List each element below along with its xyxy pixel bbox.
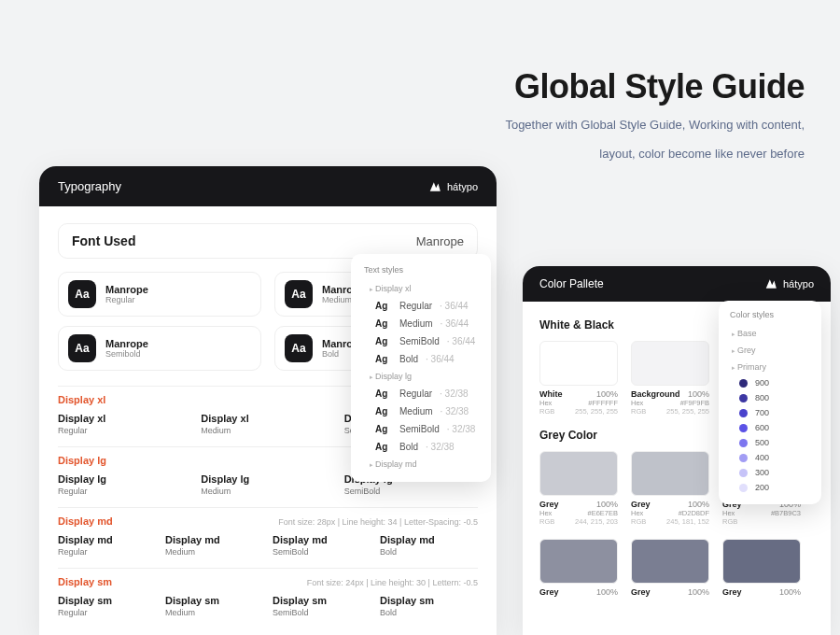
ag-icon: Ag	[375, 301, 392, 311]
color-styles-head: Color styles	[730, 310, 810, 319]
text-style-item[interactable]: Ag SemiBold · 36/44	[364, 332, 478, 350]
text-style-item[interactable]: Ag Regular · 36/44	[364, 297, 478, 315]
text-style-group[interactable]: Display md	[364, 456, 478, 473]
section-title: Display sm	[58, 576, 112, 587]
color-shade-number: 800	[755, 393, 769, 402]
swatch-box	[539, 451, 618, 496]
color-shade-item[interactable]: 300	[730, 465, 810, 480]
text-style-size: · 32/38	[441, 406, 469, 416]
typography-title: Typography	[58, 179, 121, 193]
swatch-rgb: 255, 255, 255	[666, 407, 709, 416]
swatch-rgb-label: RGB	[539, 517, 554, 526]
swatch-hex: #FFFFFF	[588, 399, 618, 407]
spec-cell: Display md SemiBold	[273, 534, 371, 557]
font-chip-weight: Semibold	[105, 349, 148, 359]
spec-weight: Bold	[380, 547, 478, 557]
color-swatch[interactable]: Background100% Hex#F9F9FB RGB255, 255, 2…	[631, 341, 709, 416]
hero-sub-1: Together with Global Style Guide, Workin…	[505, 116, 805, 135]
font-used-label: Font Used	[72, 233, 135, 248]
color-swatch[interactable]: Grey100% Hex#D2D8DF RGB245, 181, 152	[631, 451, 709, 526]
color-style-group[interactable]: Base	[730, 325, 810, 342]
section-title: Display md	[58, 515, 113, 527]
color-style-group[interactable]: Primary	[730, 359, 810, 375]
color-shade-number: 900	[755, 378, 769, 388]
text-styles-head: Text styles	[364, 265, 478, 275]
section-meta: Font size: 28px | Line height: 34 | Lett…	[278, 517, 478, 527]
swatch-box	[722, 539, 801, 584]
spec-weight: Regular	[58, 547, 156, 557]
color-dot-icon	[739, 379, 748, 388]
text-style-item[interactable]: Ag Bold · 36/44	[364, 350, 478, 368]
type-section: Display md Font size: 28px | Line height…	[58, 507, 478, 568]
swatch-name: White	[539, 389, 563, 399]
text-style-item[interactable]: Ag Medium · 32/38	[364, 402, 478, 420]
spec-cell: Display xl Medium	[201, 413, 334, 435]
text-style-size: · 36/44	[440, 301, 469, 311]
text-style-size: · 32/38	[447, 424, 476, 434]
color-swatch[interactable]: Grey100%	[539, 539, 618, 597]
font-chip[interactable]: Aa Manrope Regular	[58, 272, 261, 317]
color-shade-item[interactable]: 500	[730, 435, 810, 450]
type-section: Display sm Font size: 24px | Line height…	[58, 568, 478, 628]
swatch-name: Grey	[539, 500, 559, 509]
spec-cell: Display lg Medium	[201, 473, 334, 496]
aa-icon: Aa	[285, 280, 313, 308]
swatch-pct: 100%	[688, 587, 709, 597]
hero-sub-2: layout, color become like never before	[505, 145, 805, 164]
swatch-hex-label: Hex	[631, 509, 643, 517]
spec-weight: Regular	[58, 608, 156, 617]
spec-name: Display xl	[201, 413, 334, 424]
swatch-name: Grey	[722, 587, 742, 597]
color-shade-item[interactable]: 900	[730, 375, 810, 390]
font-chip[interactable]: Aa Manrope Semibold	[58, 326, 261, 371]
spec-cell: Display md Medium	[165, 534, 263, 557]
swatch-hex: #B7B9C3	[771, 509, 801, 517]
hero-title: Global Style Guide	[505, 67, 805, 106]
spec-name: Display md	[58, 534, 156, 545]
text-style-item[interactable]: Ag SemiBold · 32/38	[364, 420, 478, 438]
color-dot-icon	[739, 394, 748, 402]
text-style-item[interactable]: Ag Regular · 32/38	[364, 385, 478, 402]
swatch-pct: 100%	[779, 587, 801, 597]
text-style-item[interactable]: Ag Medium · 36/44	[364, 315, 478, 332]
spec-cell: Display sm Regular	[58, 595, 156, 617]
text-style-group[interactable]: Display xl	[364, 280, 478, 297]
swatch-hex-label: Hex	[722, 509, 735, 517]
color-swatch[interactable]: Grey100%	[631, 539, 709, 597]
swatch-hex-label: Hex	[539, 399, 552, 407]
swatch-pct: 100%	[596, 587, 618, 597]
text-style-item[interactable]: Ag Bold · 32/38	[364, 438, 478, 456]
ag-icon: Ag	[375, 318, 392, 329]
spec-name: Display xl	[58, 413, 191, 424]
color-dot-icon	[739, 409, 748, 417]
color-shade-number: 700	[755, 408, 769, 417]
spec-weight: SemiBold	[273, 547, 371, 557]
color-shade-item[interactable]: 800	[730, 390, 810, 405]
swatch-name: Background	[631, 389, 680, 399]
color-swatch[interactable]: White100% Hex#FFFFFF RGB255, 255, 255	[539, 341, 618, 416]
color-shade-item[interactable]: 400	[730, 450, 810, 465]
spec-weight: SemiBold	[344, 487, 478, 496]
color-swatch[interactable]: Grey100%	[722, 539, 801, 597]
ag-icon: Ag	[375, 336, 392, 346]
color-style-group[interactable]: Grey	[730, 342, 810, 359]
color-dot-icon	[739, 424, 748, 432]
spec-name: Display sm	[273, 595, 371, 606]
text-style-size: · 32/38	[426, 442, 455, 452]
text-style-size: · 32/38	[440, 388, 469, 399]
text-style-weight: Bold	[399, 354, 418, 364]
color-shade-item[interactable]: 200	[730, 480, 810, 495]
spec-name: Display md	[165, 534, 263, 545]
swatch-box	[539, 539, 618, 584]
text-style-group[interactable]: Display lg	[364, 368, 478, 385]
spec-name: Display sm	[380, 595, 478, 606]
color-dot-icon	[739, 454, 748, 462]
swatch-rgb: 255, 255, 255	[575, 407, 618, 416]
ag-icon: Ag	[375, 354, 392, 364]
color-swatch[interactable]: Grey100% Hex#E6E7EB RGB244, 215, 203	[539, 451, 618, 526]
swatch-rgb: 244, 215, 203	[575, 517, 618, 526]
color-shade-item[interactable]: 600	[730, 420, 810, 435]
swatch-box	[631, 539, 709, 584]
color-shade-item[interactable]: 700	[730, 405, 810, 420]
brand-logo-2: hátypo	[764, 277, 814, 290]
